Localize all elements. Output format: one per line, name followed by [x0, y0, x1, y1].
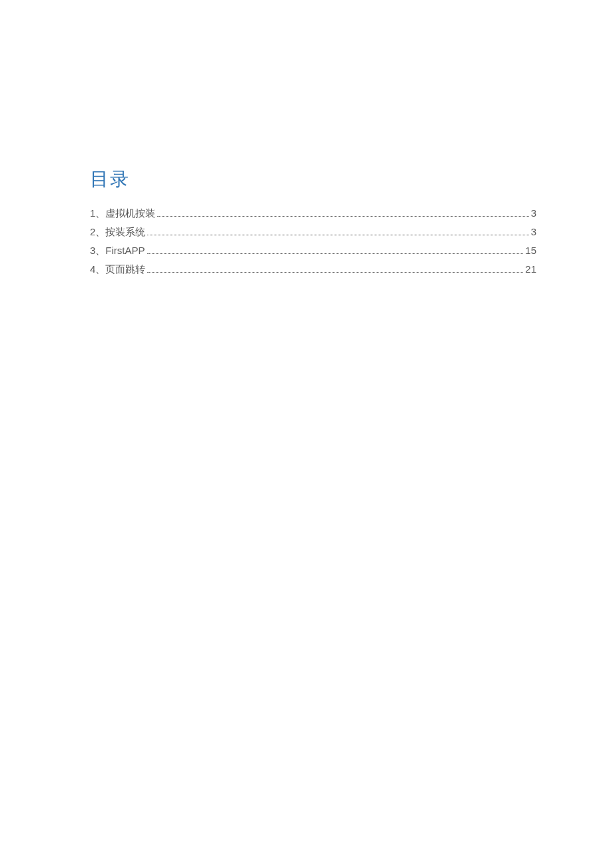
toc-entry[interactable]: 2、按装系统 3: [90, 223, 536, 241]
toc-entry-page: 3: [531, 204, 536, 222]
toc-leader-dots: [147, 272, 523, 273]
toc-entry-page: 15: [525, 241, 536, 259]
toc-leader-dots: [147, 253, 524, 254]
toc-entry-label: 2、按装系统: [90, 223, 145, 241]
toc-entry[interactable]: 1、虚拟机按装 3: [90, 204, 536, 222]
toc-list: 1、虚拟机按装 3 2、按装系统 3 3、FirstAPP 15 4、页面跳转 …: [90, 204, 536, 278]
toc-entry-label: 4、页面跳转: [90, 260, 145, 278]
toc-entry-page: 21: [525, 260, 536, 278]
toc-entry[interactable]: 3、FirstAPP 15: [90, 241, 536, 259]
toc-entry-page: 3: [531, 223, 536, 241]
toc-entry-label: 3、FirstAPP: [90, 241, 145, 259]
toc-entry-label: 1、虚拟机按装: [90, 204, 155, 222]
toc-title: 目录: [90, 167, 536, 192]
toc-entry[interactable]: 4、页面跳转 21: [90, 260, 536, 278]
toc-leader-dots: [147, 235, 528, 235]
document-page: 目录 1、虚拟机按装 3 2、按装系统 3 3、FirstAPP 15 4、页面…: [0, 0, 613, 278]
toc-leader-dots: [157, 216, 528, 217]
